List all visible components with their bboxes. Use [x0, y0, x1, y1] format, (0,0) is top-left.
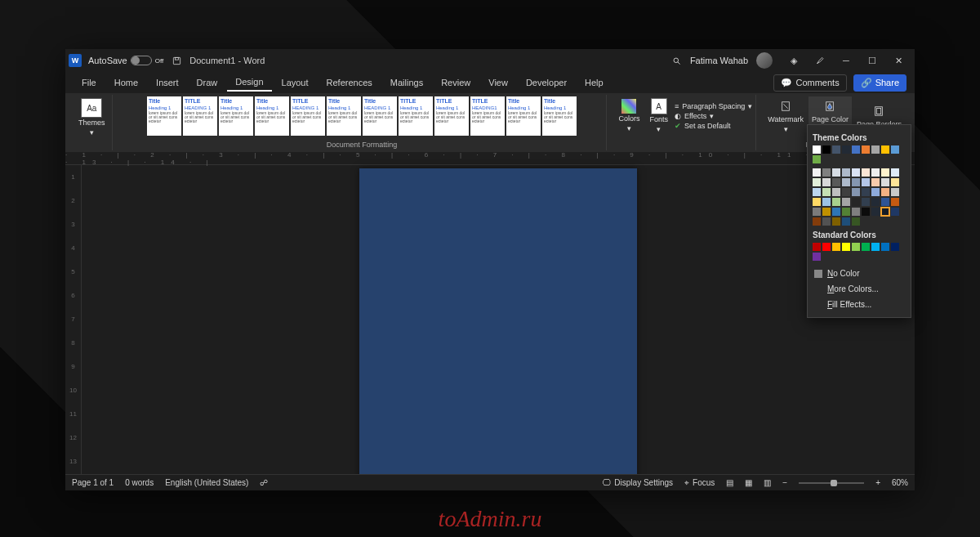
- color-swatch[interactable]: [813, 208, 821, 216]
- color-swatch[interactable]: [822, 145, 831, 154]
- horizontal-ruler[interactable]: · 1 · | · 2 · | · 3 · | · 4 · | · 5 · | …: [65, 152, 915, 165]
- color-swatch[interactable]: [832, 145, 840, 154]
- color-swatch[interactable]: [881, 198, 889, 206]
- status-words[interactable]: 0 words: [125, 478, 154, 487]
- tab-help[interactable]: Help: [577, 74, 612, 91]
- tab-insert[interactable]: Insert: [148, 74, 187, 91]
- colors-button[interactable]: Colors▾: [615, 96, 643, 136]
- color-swatch[interactable]: [891, 198, 899, 206]
- color-swatch[interactable]: [852, 178, 860, 186]
- color-swatch[interactable]: [852, 168, 860, 177]
- themes-button[interactable]: Aa Themes ▾: [75, 96, 109, 139]
- color-swatch[interactable]: [871, 168, 880, 177]
- diamond-icon[interactable]: ◈: [781, 49, 807, 72]
- color-swatch[interactable]: [852, 243, 860, 251]
- color-swatch[interactable]: [822, 243, 831, 251]
- color-swatch[interactable]: [822, 208, 831, 216]
- color-swatch[interactable]: [891, 178, 899, 186]
- minimize-button[interactable]: ─: [833, 49, 859, 72]
- tab-developer[interactable]: Developer: [518, 74, 575, 91]
- style-gallery-item[interactable]: TITLEHeading 1lorem ipsum dolor sit amet…: [399, 96, 433, 136]
- color-swatch[interactable]: [852, 145, 860, 154]
- color-swatch[interactable]: [862, 178, 870, 186]
- color-swatch[interactable]: [832, 188, 840, 196]
- color-swatch[interactable]: [842, 145, 850, 154]
- search-icon[interactable]: [664, 49, 690, 72]
- color-swatch[interactable]: [862, 188, 870, 196]
- color-swatch[interactable]: [871, 188, 880, 196]
- zoom-value[interactable]: 60%: [892, 478, 908, 487]
- color-swatch[interactable]: [832, 168, 840, 177]
- color-swatch[interactable]: [862, 198, 870, 206]
- color-swatch[interactable]: [881, 208, 889, 216]
- tab-view[interactable]: View: [480, 74, 516, 91]
- style-gallery-item[interactable]: TITLEHEADING 1lorem ipsum dolor sit amet…: [291, 96, 325, 136]
- watermark-button[interactable]: Watermark▾: [764, 96, 807, 136]
- color-swatch[interactable]: [832, 217, 840, 226]
- fonts-button[interactable]: A Fonts▾: [646, 96, 671, 136]
- color-swatch[interactable]: [881, 168, 889, 177]
- style-gallery-item[interactable]: TitleHeading 1lorem ipsum dolor sit amet…: [327, 96, 361, 136]
- style-gallery-item[interactable]: TitleHeading 1lorem ipsum dolor sit amet…: [255, 96, 289, 136]
- color-swatch[interactable]: [832, 178, 840, 186]
- color-swatch[interactable]: [881, 145, 889, 154]
- color-swatch[interactable]: [891, 243, 899, 251]
- tab-review[interactable]: Review: [433, 74, 479, 91]
- zoom-slider[interactable]: [799, 482, 864, 484]
- style-gallery[interactable]: TitleHeading 1lorem ipsum dolor sit amet…: [147, 96, 577, 136]
- color-swatch[interactable]: [881, 188, 889, 196]
- tab-home[interactable]: Home: [106, 74, 146, 91]
- document-page[interactable]: [359, 168, 637, 474]
- color-swatch[interactable]: [813, 155, 821, 163]
- status-language[interactable]: English (United States): [165, 478, 248, 487]
- color-swatch[interactable]: [822, 168, 831, 177]
- document-canvas[interactable]: · 1 · | · 2 · | · 3 · | · 4 · | · 5 · | …: [65, 152, 915, 474]
- web-layout-icon[interactable]: ▥: [764, 478, 771, 487]
- more-colors-button[interactable]: More Colors...: [813, 281, 906, 297]
- display-settings-button[interactable]: 🖵Display Settings: [603, 478, 673, 487]
- color-swatch[interactable]: [852, 188, 860, 196]
- color-swatch[interactable]: [862, 168, 870, 177]
- color-swatch[interactable]: [842, 188, 850, 196]
- focus-button[interactable]: ⌖Focus: [684, 478, 715, 488]
- tab-design[interactable]: Design: [227, 74, 271, 92]
- style-gallery-item[interactable]: TITLEHeading 1lorem ipsum dolor sit amet…: [434, 96, 469, 136]
- user-account[interactable]: Fatima Wahab: [690, 52, 773, 69]
- color-swatch[interactable]: [891, 145, 899, 154]
- color-swatch[interactable]: [881, 178, 889, 186]
- style-gallery-item[interactable]: TitleHeading 1lorem ipsum dolor sit amet…: [506, 96, 541, 136]
- style-gallery-item[interactable]: TitleHeading 1lorem ipsum dolor sit amet…: [219, 96, 253, 136]
- save-icon[interactable]: [170, 54, 183, 67]
- color-swatch[interactable]: [813, 217, 821, 226]
- color-swatch[interactable]: [871, 178, 880, 186]
- color-swatch[interactable]: [832, 243, 840, 251]
- tab-layout[interactable]: Layout: [274, 74, 317, 91]
- color-swatch[interactable]: [871, 243, 880, 251]
- brush-icon[interactable]: [807, 49, 833, 72]
- color-swatch[interactable]: [813, 243, 821, 251]
- zoom-in-button[interactable]: +: [875, 478, 880, 487]
- color-swatch[interactable]: [862, 145, 870, 154]
- color-swatch[interactable]: [842, 168, 850, 177]
- color-swatch[interactable]: [832, 208, 840, 216]
- color-swatch[interactable]: [842, 243, 850, 251]
- color-swatch[interactable]: [862, 243, 870, 251]
- color-swatch[interactable]: [852, 217, 860, 226]
- color-swatch[interactable]: [822, 198, 831, 206]
- color-swatch[interactable]: [813, 168, 821, 177]
- color-swatch[interactable]: [822, 217, 831, 226]
- effects-button[interactable]: ◐Effects ▾: [675, 112, 752, 120]
- color-swatch[interactable]: [813, 145, 821, 154]
- color-swatch[interactable]: [842, 208, 850, 216]
- color-swatch[interactable]: [862, 208, 870, 216]
- tab-references[interactable]: References: [318, 74, 381, 91]
- color-swatch[interactable]: [871, 198, 880, 206]
- color-swatch[interactable]: [813, 178, 821, 186]
- style-gallery-item[interactable]: TITLEHEADING1lorem ipsum dolor sit amet …: [470, 96, 505, 136]
- color-swatch[interactable]: [813, 198, 821, 206]
- accessibility-icon[interactable]: ☍: [260, 478, 268, 487]
- share-button[interactable]: 🔗 Share: [853, 74, 906, 92]
- fill-effects-button[interactable]: Fill Effects...: [813, 297, 906, 312]
- color-swatch[interactable]: [822, 188, 831, 196]
- tab-file[interactable]: File: [74, 74, 105, 91]
